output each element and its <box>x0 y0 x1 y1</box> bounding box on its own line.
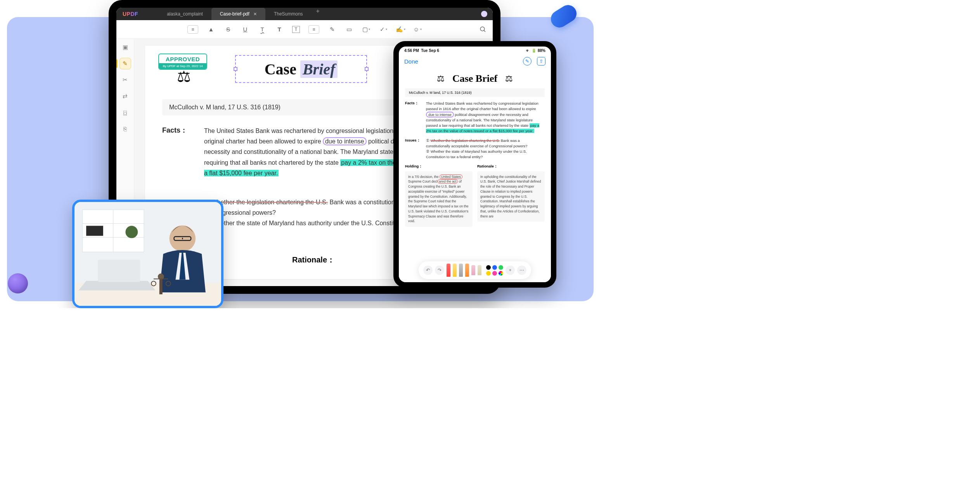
title-selection-box[interactable]: Case Brief <box>235 55 367 83</box>
done-button[interactable]: Done <box>404 58 418 65</box>
tab-case-brief[interactable]: Case-brief-pdf✕ <box>211 8 265 20</box>
tab-group: alaska_complaint Case-brief-pdf✕ TheSumm… <box>158 8 324 20</box>
tab-label: alaska_complaint <box>167 11 203 17</box>
pen-marker[interactable] <box>459 264 463 277</box>
swatch-blue[interactable] <box>492 265 497 270</box>
pen-orange[interactable] <box>465 264 469 277</box>
svg-rect-7 <box>86 226 103 236</box>
tablet-columns: Holding： In a 7/0 decision, the United S… <box>405 164 545 227</box>
tablet-facts-row: Facts： The United States Bank was rechar… <box>405 101 545 134</box>
tool-tray: ↶ ↷ <box>399 258 551 282</box>
rail-protect-icon[interactable]: ⎘ <box>120 123 131 134</box>
app-logo: UPDF <box>119 11 141 17</box>
add-tool-icon[interactable]: + <box>506 266 515 275</box>
rationale-column: Rationale： In upholding the constitution… <box>477 164 545 227</box>
pen-yellow[interactable] <box>453 264 457 277</box>
document-title: Case Brief <box>265 60 338 78</box>
tool-tray-bar: ↶ ↷ <box>419 261 531 279</box>
scales-icon: ⚖ <box>505 74 513 84</box>
strikethrough-tool-icon[interactable]: S <box>224 25 232 34</box>
lawyer-illustration <box>74 202 221 306</box>
swatch-black[interactable] <box>486 265 491 270</box>
swatch-yellow[interactable] <box>486 271 491 276</box>
tablet-document[interactable]: ⚖ Case Brief ⚖ McCulloch v. M land, 17 U… <box>399 68 551 258</box>
svg-point-0 <box>480 27 485 31</box>
undo-icon[interactable]: ↶ <box>423 266 433 275</box>
battery-icon: 🔋 <box>532 48 536 53</box>
tablet-citation: McCulloch v. M land, 17 U.S. 316 (1819) <box>405 88 545 97</box>
callout-tool-icon[interactable]: ≡ <box>308 25 319 34</box>
eraser-tool[interactable] <box>471 265 475 275</box>
swatch-multicolor[interactable] <box>499 271 503 276</box>
tablet-issues-row: Issues： ① Whether the legislation charte… <box>405 138 545 160</box>
circled-annotation: due to intense <box>323 137 367 145</box>
tab-label: Case-brief-pdf <box>220 11 249 17</box>
resize-handle-left[interactable] <box>234 67 237 71</box>
decorative-orb <box>8 273 28 293</box>
share-icon[interactable]: ⇧ <box>537 57 545 66</box>
stamp-tool-icon[interactable]: ✓▾ <box>379 25 388 34</box>
svg-rect-11 <box>98 260 140 282</box>
squiggly-tool-icon[interactable]: T <box>258 25 267 34</box>
tab-label: TheSummons <box>274 11 303 17</box>
annotation-toolbar: ≡ ▲ S U T T T ≡ ✎ ▭ ▢▾ ✓▾ ✍▾ ☺▾ <box>116 20 493 39</box>
red-circle-annotation: United States <box>440 174 462 179</box>
rail-organize-icon[interactable]: ⇄ <box>120 91 131 102</box>
tab-alaska-complaint[interactable]: alaska_complaint <box>158 8 211 20</box>
svg-line-1 <box>484 30 485 32</box>
pencil-tool-icon[interactable]: ✎ <box>328 25 336 34</box>
holding-card: In a 7/0 decision, the United States Sup… <box>405 171 473 227</box>
titlebar: UPDF alaska_complaint Case-brief-pdf✕ Th… <box>116 8 493 20</box>
close-icon[interactable]: ✕ <box>253 12 257 17</box>
add-tab-button[interactable]: + <box>312 8 324 20</box>
svg-point-8 <box>125 226 138 238</box>
pen-red[interactable] <box>447 264 450 277</box>
sticker-tool-icon[interactable]: ☺▾ <box>413 25 422 34</box>
strikethrough-annotation: ther the legislation chartering the U.S. <box>224 199 328 205</box>
note-tool-icon[interactable]: ≡ <box>187 25 198 34</box>
svg-marker-10 <box>78 281 156 290</box>
scales-icon: ⚖ <box>177 67 191 85</box>
red-circle-annotation: ared the act <box>438 179 458 184</box>
tablet-device-frame: 4:56 PM Tue Sep 6 ᯤ 🔋 88% Done ✎ ⇧ ⚖ Cas… <box>393 41 556 288</box>
rail-ocr-icon[interactable]: ⌼ <box>120 107 131 118</box>
facts-label: Facts： <box>162 126 194 178</box>
ruler-tool[interactable] <box>478 265 481 275</box>
stamp-label: APPROVED <box>159 54 206 63</box>
wifi-icon: ᯤ <box>526 48 530 53</box>
text-tool-icon[interactable]: T <box>275 25 284 34</box>
redo-icon[interactable]: ↷ <box>435 266 444 275</box>
signature-tool-icon[interactable]: ✍▾ <box>396 25 405 34</box>
more-icon[interactable]: ⋯ <box>517 266 526 275</box>
rail-edit-icon[interactable]: ✂ <box>120 74 131 85</box>
status-time: 4:56 PM Tue Sep 6 <box>404 48 439 53</box>
rail-comment-icon[interactable]: ✎ <box>120 58 131 69</box>
textbox-tool-icon[interactable]: T <box>292 26 300 33</box>
status-right: ᯤ 🔋 88% <box>526 48 545 53</box>
underline-tool-icon[interactable]: U <box>241 25 249 34</box>
tab-the-summons[interactable]: TheSummons <box>265 8 312 20</box>
shape-tool-icon[interactable]: ▢▾ <box>362 25 371 34</box>
color-swatches <box>486 265 503 276</box>
swatch-pink[interactable] <box>492 271 497 276</box>
swatch-green[interactable] <box>499 265 503 270</box>
rail-thumbnails-icon[interactable]: ▣ <box>120 42 131 53</box>
avatar[interactable] <box>481 11 487 17</box>
tablet-nav: Done ✎ ⇧ <box>399 54 551 68</box>
highlighter-tool-icon[interactable]: ▲ <box>207 25 215 34</box>
tablet-doc-title: Case Brief <box>452 73 497 85</box>
rationale-card: In upholding the constitutionality of th… <box>477 171 545 222</box>
holding-column: Holding： In a 7/0 decision, the United S… <box>405 164 473 227</box>
scales-icon: ⚖ <box>437 74 445 84</box>
tablet-screen: 4:56 PM Tue Sep 6 ᯤ 🔋 88% Done ✎ ⇧ ⚖ Cas… <box>399 47 551 282</box>
resize-handle-right[interactable] <box>365 67 369 71</box>
lawyer-photo-card <box>72 200 223 308</box>
status-bar: 4:56 PM Tue Sep 6 ᯤ 🔋 88% <box>399 47 551 54</box>
eraser-tool-icon[interactable]: ▭ <box>345 25 353 34</box>
tablet-doc-header: ⚖ Case Brief ⚖ <box>405 73 545 85</box>
pen-mode-icon[interactable]: ✎ <box>523 57 532 66</box>
search-icon[interactable] <box>479 25 487 34</box>
svg-rect-15 <box>159 279 163 295</box>
